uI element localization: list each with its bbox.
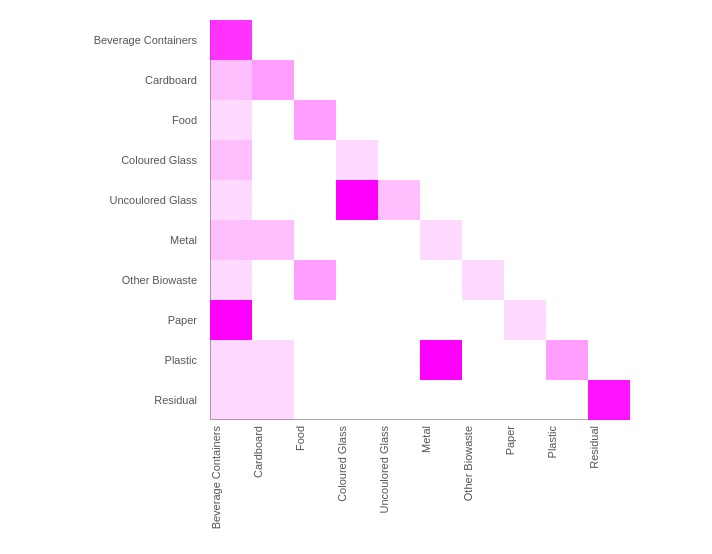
x-label: Other Biowaste <box>462 422 504 552</box>
matrix-cell <box>588 340 630 380</box>
y-label: Paper <box>0 300 205 340</box>
matrix-cell <box>420 380 462 420</box>
matrix-cell <box>336 340 378 380</box>
matrix-cell <box>336 300 378 340</box>
matrix-cell <box>294 300 336 340</box>
matrix-cell <box>588 380 630 420</box>
matrix-cell <box>504 60 546 100</box>
matrix-cell <box>420 60 462 100</box>
matrix-cell <box>462 140 504 180</box>
matrix-cell <box>504 180 546 220</box>
matrix-cell <box>546 340 588 380</box>
matrix-cell <box>420 220 462 260</box>
matrix-cell <box>588 20 630 60</box>
matrix-cell <box>294 340 336 380</box>
matrix-cell <box>504 380 546 420</box>
y-label: Beverage Containers <box>0 20 205 60</box>
matrix-cell <box>504 20 546 60</box>
matrix-cell <box>588 140 630 180</box>
matrix-cell <box>210 300 252 340</box>
matrix-cell <box>336 20 378 60</box>
matrix-cell <box>546 180 588 220</box>
y-label: Coloured Glass <box>0 140 205 180</box>
matrix-cell <box>462 20 504 60</box>
y-label: Uncoulored Glass <box>0 180 205 220</box>
matrix-cell <box>462 340 504 380</box>
matrix-cell <box>378 20 420 60</box>
matrix-cell <box>294 140 336 180</box>
matrix-cell <box>378 220 420 260</box>
matrix-cell <box>588 300 630 340</box>
matrix-cell <box>546 20 588 60</box>
x-label: Uncoulored Glass <box>378 422 420 552</box>
matrix-cell <box>294 380 336 420</box>
matrix-cell <box>252 380 294 420</box>
matrix-cell <box>252 60 294 100</box>
matrix-cell <box>420 180 462 220</box>
matrix-cell <box>378 100 420 140</box>
x-label: Coloured Glass <box>336 422 378 552</box>
x-label: Food <box>294 422 336 552</box>
matrix-cell <box>210 20 252 60</box>
matrix-cell <box>588 260 630 300</box>
y-label: Other Biowaste <box>0 260 205 300</box>
matrix-cell <box>378 300 420 340</box>
matrix-cell <box>378 140 420 180</box>
matrix-cell <box>546 60 588 100</box>
matrix-cell <box>462 60 504 100</box>
matrix-cell <box>210 140 252 180</box>
matrix-cell <box>462 220 504 260</box>
matrix-cell <box>462 300 504 340</box>
matrix-cell <box>546 220 588 260</box>
x-label: Paper <box>504 422 546 552</box>
x-axis-labels: Beverage ContainersCardboardFoodColoured… <box>210 422 630 552</box>
matrix-cell <box>210 180 252 220</box>
matrix-cell <box>210 100 252 140</box>
matrix-cell <box>504 220 546 260</box>
matrix-cell <box>252 100 294 140</box>
y-label: Food <box>0 100 205 140</box>
x-label: Plastic <box>546 422 588 552</box>
matrix-cell <box>210 260 252 300</box>
matrix-cell <box>294 180 336 220</box>
matrix-cell <box>378 180 420 220</box>
matrix-cell <box>336 380 378 420</box>
matrix-cell <box>504 260 546 300</box>
matrix-cell <box>546 140 588 180</box>
matrix-cell <box>252 140 294 180</box>
matrix-cell <box>378 380 420 420</box>
matrix-cell <box>420 20 462 60</box>
matrix-cell <box>420 100 462 140</box>
matrix-cell <box>336 260 378 300</box>
matrix-cell <box>546 300 588 340</box>
matrix-cell <box>588 100 630 140</box>
matrix-cell <box>210 340 252 380</box>
matrix-cell <box>504 100 546 140</box>
matrix-cell <box>588 180 630 220</box>
matrix-cell <box>336 60 378 100</box>
matrix-cell <box>504 300 546 340</box>
matrix-cell <box>252 20 294 60</box>
matrix-cell <box>210 220 252 260</box>
matrix-cell <box>210 60 252 100</box>
x-label: Beverage Containers <box>210 422 252 552</box>
matrix-cell <box>504 340 546 380</box>
chart-container: Beverage ContainersCardboardFoodColoured… <box>0 0 712 554</box>
matrix-cell <box>504 140 546 180</box>
matrix-cell <box>378 260 420 300</box>
matrix-cell <box>420 140 462 180</box>
matrix-cell <box>462 180 504 220</box>
matrix-grid <box>210 20 630 420</box>
matrix-cell <box>252 260 294 300</box>
matrix-cell <box>252 180 294 220</box>
matrix-cell <box>294 220 336 260</box>
matrix-cell <box>294 260 336 300</box>
matrix-cell <box>336 220 378 260</box>
matrix-cell <box>336 100 378 140</box>
matrix-cell <box>546 100 588 140</box>
x-label: Cardboard <box>252 422 294 552</box>
matrix-cell <box>420 260 462 300</box>
matrix-cell <box>462 100 504 140</box>
matrix-cell <box>462 380 504 420</box>
matrix-cell <box>378 60 420 100</box>
